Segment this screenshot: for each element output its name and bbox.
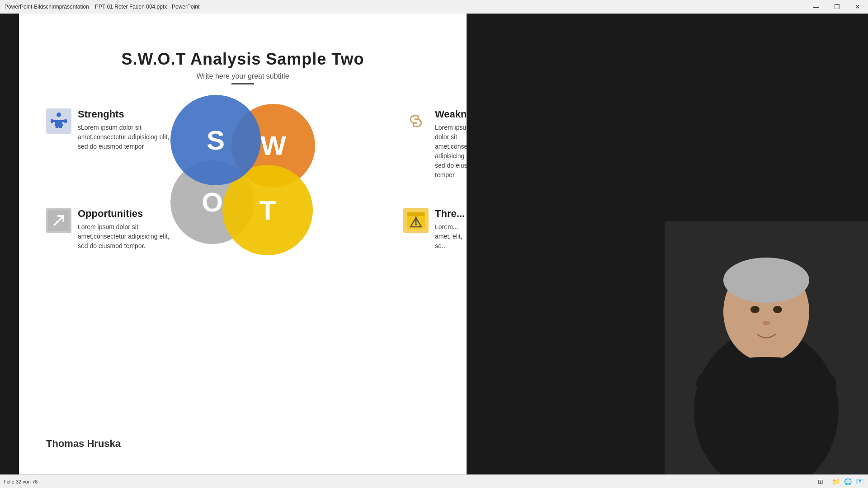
strengths-text: Strenghts sLorem ipsum dolor sit amet,co… [78,108,177,151]
threats-body: Lorem... amet, elit, se... [435,222,467,251]
left-border [0,14,19,474]
windows-start-button[interactable]: ⊞ [816,477,826,487]
subtitle-underline [231,83,254,84]
svg-rect-6 [407,212,425,216]
weakness-text: Weakness Lorem ipsum dolor sit amet,cons… [435,108,467,180]
threats-heading: Thre... [435,208,467,220]
weakness-box: Weakness Lorem ipsum dolor sit amet,cons… [403,108,467,180]
title-bar: PowerPoint-Bildschirmpräsentation – PPT … [0,0,868,14]
strengths-heading: Strenghts [78,108,177,120]
opportunities-icon [46,208,71,233]
close-button[interactable]: ✕ [847,0,868,14]
title-bar-text: PowerPoint-Bildschirmpräsentation – PPT … [5,4,199,10]
taskbar-icon-3[interactable]: 📧 [854,477,864,487]
video-background [665,221,868,474]
svg-point-17 [773,306,782,313]
opportunities-body: Lorem ipsum dolor sit amet,consectetur a… [78,222,177,251]
slide-area: S.W.O.T Analysis Sample Two Write here y… [19,14,467,474]
window-controls: — ❐ ✕ [806,0,868,14]
opportunities-box: Opportunities Lorem ipsum dolor sit amet… [46,208,177,251]
svg-point-9 [415,224,417,225]
threats-text: Thre... Lorem... amet, elit, se... [435,208,467,251]
slide-footer: Thomas Hruska [46,438,121,450]
taskbar: Folie 32 von 78 ⊞ 📁 🌐 📧 [0,474,868,488]
minimize-button[interactable]: — [806,0,826,14]
slide-subtitle: Write here your great subtitle [19,72,467,80]
status-slide-info: Folie 32 von 78 [4,479,38,484]
svg-point-16 [750,306,760,313]
threats-icon [403,208,429,233]
svg-rect-3 [64,119,67,123]
threats-box: Thre... Lorem... amet, elit, se... [403,208,467,251]
venn-diagram: S W O T [157,95,329,276]
taskbar-icon-2[interactable]: 🌐 [843,477,853,487]
opportunities-text: Opportunities Lorem ipsum dolor sit amet… [78,208,177,251]
strengths-body: sLorem ipsum dolor sit amet,consectetur … [78,123,177,151]
weakness-icon [403,108,429,134]
slide-title: S.W.O.T Analysis Sample Two [19,50,467,69]
presenter-video [665,221,868,474]
taskbar-icon-1[interactable]: 📁 [831,477,841,487]
svg-point-13 [723,258,809,303]
svg-rect-2 [51,119,53,123]
strengths-box: Strenghts sLorem ipsum dolor sit amet,co… [46,108,177,151]
strengths-icon [46,108,71,134]
svg-point-15 [696,357,836,411]
svg-point-18 [763,321,770,325]
opportunities-heading: Opportunities [78,208,177,220]
svg-point-0 [57,113,61,117]
taskbar-icons: ⊞ 📁 🌐 📧 [816,477,864,487]
restore-button[interactable]: ❐ [826,0,847,14]
weakness-body: Lorem ipsum dolor sit amet,consectetur a… [435,123,467,180]
weakness-heading: Weakness [435,108,467,120]
circle-s: S [170,95,261,185]
